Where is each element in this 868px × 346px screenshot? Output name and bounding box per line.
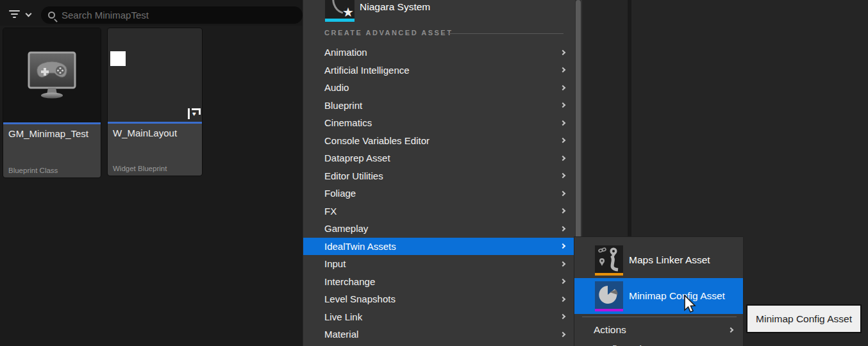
asset-label-area: GM_Minimap_Test Blueprint Class [3, 124, 101, 177]
chevron-right-icon [560, 67, 565, 72]
minimap-config-icon [595, 281, 623, 311]
menu-item-label: Console Variables Editor [324, 135, 430, 146]
menu-item-editor-utilities[interactable]: Editor Utilities [303, 167, 574, 185]
section-header-label: CREATE ADVANCED ASSET [324, 29, 453, 37]
tooltip-text: Minimap Config Asset [756, 313, 852, 325]
chevron-right-icon [560, 279, 565, 284]
menu-item-console-variables-editor[interactable]: Console Variables Editor [303, 132, 574, 150]
submenu-item-label: Minimap Config Asset [629, 290, 725, 302]
menu-item-label: Level Snapshots [324, 293, 396, 304]
menu-item-material[interactable]: Material [303, 325, 574, 343]
asset-card-gm-minimap-test[interactable]: GM_Minimap_Test Blueprint Class [3, 28, 101, 177]
tooltip: Minimap Config Asset [746, 304, 862, 333]
section-header-line [447, 33, 563, 34]
asset-type: Widget Blueprint [113, 165, 197, 172]
submenu-item-label: Configurations [594, 343, 658, 346]
menu-item-blueprint[interactable]: Blueprint [303, 97, 574, 115]
maps-linker-accent-bar [595, 273, 623, 276]
chevron-right-icon [560, 103, 565, 108]
menu-item-niagara-system[interactable]: ★ ★ Niagara System [303, 0, 572, 22]
content-browser-toolbar [0, 0, 303, 26]
asset-thumbnail: ♥ [108, 28, 202, 122]
chevron-right-icon [560, 50, 565, 55]
chevron-right-icon [560, 314, 565, 319]
asset-label-area: W_MainLayout Widget Blueprint [108, 124, 202, 176]
submenu-item-configurations[interactable]: Configurations [574, 340, 743, 346]
menu-item-label: Foliage [324, 188, 356, 199]
menu-item-input[interactable]: Input [303, 255, 574, 273]
menu-item-label: Live Link [324, 311, 362, 322]
menu-item-label: Cinematics [324, 117, 372, 128]
menu-item-fx[interactable]: FX [303, 202, 574, 220]
menu-item-label: Blueprint [324, 100, 362, 111]
idealtwin-assets-submenu: Maps Linker Asset Minimap Config Asset A… [574, 236, 744, 346]
chevron-right-icon [560, 191, 565, 196]
menu-item-level-snapshots[interactable]: Level Snapshots [303, 290, 574, 308]
chevron-right-icon [560, 173, 565, 178]
menu-item-cinematics[interactable]: Cinematics [303, 114, 574, 132]
chevron-right-icon [560, 120, 565, 126]
chevron-right-icon [560, 261, 565, 267]
asset-type: Blueprint Class [8, 167, 96, 174]
content-browser-area: GM_Minimap_Test Blueprint Class ♥ W_Main… [0, 0, 303, 346]
filter-icon[interactable] [8, 10, 20, 18]
chevron-right-icon [560, 226, 565, 231]
chevron-right-icon [560, 297, 565, 302]
chevron-right-icon [560, 156, 565, 161]
widget-preview-square [110, 51, 126, 66]
chevron-right-icon [560, 138, 565, 143]
submenu-item-minimap-config-asset[interactable]: Minimap Config Asset [574, 278, 743, 314]
chevron-down-icon[interactable] [26, 11, 32, 17]
submenu-item-maps-linker-asset[interactable]: Maps Linker Asset [574, 242, 743, 278]
menu-item-dataprep-asset[interactable]: Dataprep Asset [303, 149, 574, 167]
menu-item-live-link[interactable]: Live Link [303, 308, 574, 326]
asset-thumbnail [3, 28, 101, 122]
menu-item-interchange[interactable]: Interchange [303, 273, 574, 291]
menu-item-audio[interactable]: Audio [303, 79, 574, 97]
heart-icon: ♥ [192, 111, 196, 117]
chevron-right-icon [560, 243, 565, 249]
widget-blueprint-icon: ♥ [188, 108, 201, 120]
menu-item-label: Animation [324, 47, 367, 58]
menu-item-label: Material [324, 329, 358, 340]
chevron-right-icon [560, 208, 565, 213]
menu-item-label: Dataprep Asset [324, 152, 390, 163]
section-header: CREATE ADVANCED ASSET [303, 28, 572, 38]
menu-item-label: Audio [324, 82, 349, 93]
menu-item-label: IdealTwin Assets [324, 241, 396, 252]
niagara-accent-bar [325, 19, 355, 22]
maps-linker-icon [595, 245, 623, 276]
niagara-icon: ★ ★ [325, 0, 355, 22]
menu-item-label: Artificial Intelligence [324, 65, 410, 76]
submenu-item-label: Maps Linker Asset [629, 254, 710, 266]
search-box[interactable] [41, 6, 303, 24]
menu-item-label: FX [324, 206, 337, 217]
menu-item-label: Input [324, 258, 346, 269]
menu-item-gameplay[interactable]: Gameplay [303, 220, 574, 238]
create-asset-context-menu: ★ ★ Niagara System CREATE ADVANCED ASSET… [303, 0, 582, 346]
menu-item-label: Editor Utilities [324, 170, 383, 181]
menu-item-foliage[interactable]: Foliage [303, 185, 574, 202]
gamemode-monitor-icon [24, 51, 79, 101]
submenu-separator [582, 317, 737, 317]
chevron-right-icon [560, 85, 565, 90]
submenu-item-actions[interactable]: Actions [574, 321, 743, 339]
submenu-item-label: Actions [594, 324, 626, 336]
menu-item-idealtwin-assets[interactable]: IdealTwin Assets [303, 238, 574, 256]
menu-item-label: Interchange [324, 276, 375, 287]
menu-item-animation[interactable]: Animation [303, 44, 574, 62]
asset-card-w-mainlayout[interactable]: ♥ W_MainLayout Widget Blueprint [108, 28, 202, 176]
menu-item-list: Animation Artificial Intelligence Audio … [303, 44, 574, 343]
menu-item-label: Niagara System [360, 1, 430, 13]
chevron-right-icon [728, 327, 733, 333]
search-input[interactable] [55, 10, 303, 21]
menu-item-label: Gameplay [324, 223, 368, 234]
chevron-right-icon [560, 332, 565, 337]
asset-name: W_MainLayout [113, 128, 197, 138]
menu-item-artificial-intelligence[interactable]: Artificial Intelligence [303, 62, 574, 79]
asset-name: GM_Minimap_Test [8, 128, 96, 139]
minimap-config-accent-bar [595, 309, 623, 311]
mouse-cursor [682, 295, 696, 314]
search-icon [48, 12, 55, 19]
